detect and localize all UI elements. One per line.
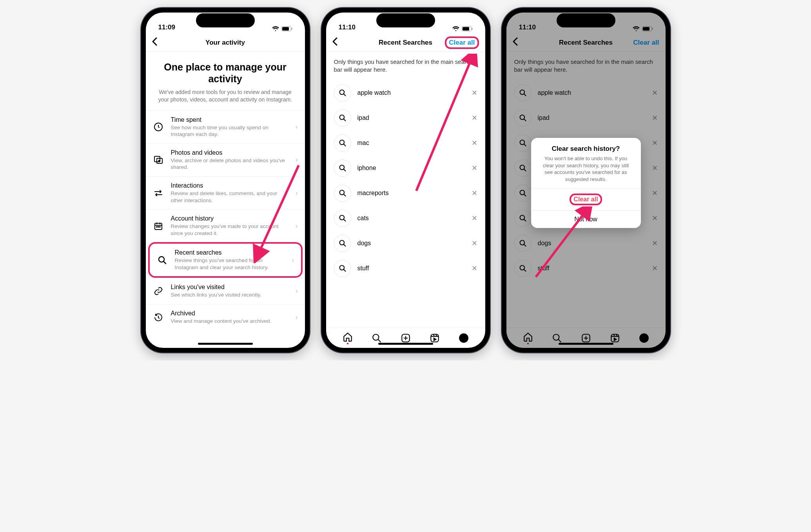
search-term: iphone [357,165,465,172]
clear-all-label: Clear all [449,39,475,46]
row-interactions[interactable]: InteractionsReview and delete likes, com… [146,176,305,209]
home-indicator [378,343,433,345]
svg-rect-1 [282,27,289,31]
search-term: mac [357,139,465,147]
chevron-left-icon [152,37,157,46]
back-button[interactable] [332,37,337,48]
chevron-right-icon: › [296,156,298,163]
dialog-title: Clear search history? [539,145,633,153]
search-icon [334,185,351,202]
tab-bar [326,328,485,348]
search-icon [334,260,351,277]
dynamic-island [196,13,255,27]
row-title: Links you've visited [171,284,289,291]
tab-reels[interactable] [430,333,440,343]
row-subtitle: See how much time you usually spend on I… [171,124,289,138]
search-item[interactable]: mac✕ [326,130,485,156]
chevron-right-icon: › [296,314,298,321]
phone-1: 11:09 Your activity One place to manage … [141,8,310,353]
row-recent-searches[interactable]: Recent searchesReview things you've sear… [150,244,301,276]
row-links-visited[interactable]: Links you've visitedSee which links you'… [146,278,305,304]
row-title: Recent searches [175,249,285,256]
search-icon [334,134,351,152]
dialog-not-now-button[interactable]: Not now [531,210,641,228]
chevron-right-icon: › [296,123,298,130]
confirm-dialog: Clear search history? You won't be able … [531,138,641,228]
tab-search[interactable] [372,333,382,343]
row-title: Photos and videos [171,149,289,156]
remove-button[interactable]: ✕ [472,164,477,172]
chevron-right-icon: › [296,223,298,230]
tab-create[interactable] [401,333,411,343]
search-icon [334,109,351,127]
remove-button[interactable]: ✕ [472,239,477,248]
annotation-highlight-recent-searches: Recent searchesReview things you've sear… [148,242,303,278]
photos-icon [154,155,163,165]
content-area: Only things you have searched for in the… [326,52,485,328]
row-subtitle: Review and delete likes, comments, and y… [171,190,289,204]
search-item[interactable]: ipad✕ [326,105,485,130]
chevron-right-icon: › [296,190,298,197]
dialog-body: You won't be able to undo this. If you c… [539,155,633,183]
remove-button[interactable]: ✕ [472,264,477,273]
content-area: One place to manage your activity We've … [146,52,305,348]
dialog-clear-all-button[interactable]: Clear all [531,188,641,210]
search-item[interactable]: apple watch✕ [326,80,485,105]
tab-home[interactable] [343,332,353,344]
clock-icon [154,122,163,132]
row-subtitle: See which links you've visited recently. [171,291,289,299]
row-subtitle: View and manage content you've archived. [171,318,289,325]
phone-2: 11:10 Recent Searches Clear all Only thi… [321,8,490,353]
search-term: macreports [357,190,465,197]
search-icon [334,159,351,177]
svg-rect-13 [463,27,469,31]
row-title: Account history [171,215,289,222]
svg-point-8 [158,226,159,227]
remove-button[interactable]: ✕ [472,89,477,97]
search-icon [334,84,351,101]
search-item[interactable]: cats✕ [326,206,485,231]
hero-subtitle: We've added more tools for you to review… [154,89,296,103]
wifi-icon [272,26,279,31]
row-subtitle: Review changes you've made to your accou… [171,223,289,237]
row-archived[interactable]: ArchivedView and manage content you've a… [146,304,305,330]
row-title: Time spent [171,116,289,123]
remove-button[interactable]: ✕ [472,214,477,223]
chevron-right-icon: › [292,257,294,264]
battery-icon [281,26,292,31]
remove-button[interactable]: ✕ [472,189,477,197]
svg-point-9 [160,226,160,227]
svg-rect-2 [291,28,292,30]
home-indicator [198,343,253,345]
battery-icon [462,26,473,31]
search-term: stuff [357,265,465,272]
row-photos-videos[interactable]: Photos and videosView, archive or delete… [146,143,305,176]
calendar-icon [154,221,163,231]
row-title: Interactions [171,182,289,189]
clear-all-button[interactable]: Clear all [445,36,479,49]
row-time-spent[interactable]: Time spentSee how much time you usually … [146,110,305,143]
svg-rect-14 [472,28,472,30]
search-item[interactable]: macreports✕ [326,181,485,206]
phone-3: 11:10 Recent Searches Clear all Only thi… [502,8,670,353]
remove-button[interactable]: ✕ [472,139,477,147]
search-icon [334,210,351,227]
row-title: Archived [171,310,289,317]
remove-button[interactable]: ✕ [472,114,477,122]
search-term: cats [357,215,465,222]
svg-point-7 [156,226,157,227]
link-icon [154,286,163,296]
search-item[interactable]: iphone✕ [326,156,485,181]
nav-header: Your activity [146,34,305,52]
search-item[interactable]: dogs✕ [326,231,485,256]
wifi-icon [452,26,459,31]
tab-profile[interactable] [459,333,469,343]
nav-title: Your activity [205,39,245,47]
search-term: ipad [357,114,465,121]
svg-point-26 [459,333,468,343]
row-account-history[interactable]: Account historyReview changes you've mad… [146,209,305,242]
search-term: apple watch [357,89,465,96]
back-button[interactable] [152,37,157,48]
search-icon [334,235,351,252]
search-item[interactable]: stuff✕ [326,256,485,281]
